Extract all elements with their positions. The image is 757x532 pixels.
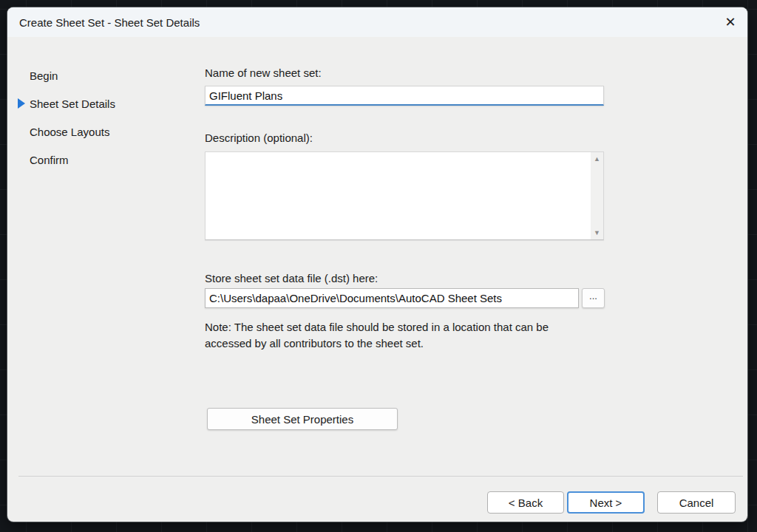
dialog-title: Create Sheet Set - Sheet Set Details <box>7 16 200 29</box>
step-label: Confirm <box>30 154 69 166</box>
sidebar-item-confirm: Confirm <box>18 146 188 174</box>
sheet-set-properties-button[interactable]: Sheet Set Properties <box>207 408 398 430</box>
scroll-up-icon[interactable]: ▲ <box>594 155 600 163</box>
description-scrollbar[interactable]: ▲ ▼ <box>591 152 603 239</box>
description-field-box: ▲ ▼ <box>205 151 604 240</box>
back-button[interactable]: < Back <box>487 491 564 514</box>
next-button[interactable]: Next > <box>567 491 645 514</box>
footer-separator <box>18 476 743 477</box>
sheet-set-name-input[interactable] <box>205 86 604 106</box>
create-sheet-set-dialog: Create Sheet Set - Sheet Set Details ✕ B… <box>7 7 747 522</box>
dst-path-input[interactable] <box>205 288 579 308</box>
footer-buttons: < Back Next > Cancel <box>487 491 736 514</box>
scroll-down-icon[interactable]: ▼ <box>594 229 600 236</box>
name-label: Name of new sheet set: <box>205 66 322 79</box>
step-label: Sheet Set Details <box>30 98 115 110</box>
title-bar: Create Sheet Set - Sheet Set Details ✕ <box>7 7 747 37</box>
description-textarea[interactable] <box>206 152 591 239</box>
note-text: Note: The sheet set data file should be … <box>205 319 589 352</box>
sidebar-item-begin: Begin <box>18 61 188 89</box>
active-step-marker <box>18 98 30 109</box>
close-icon[interactable]: ✕ <box>719 12 741 33</box>
sidebar-item-sheet-set-details: Sheet Set Details <box>18 89 188 117</box>
description-label: Description (optional): <box>205 132 313 144</box>
store-location-label: Store sheet set data file (.dst) here: <box>205 272 378 284</box>
cancel-button[interactable]: Cancel <box>657 491 736 514</box>
sidebar-item-choose-layouts: Choose Layouts <box>18 117 188 146</box>
wizard-steps: Begin Sheet Set Details Choose Layouts C… <box>18 61 188 174</box>
step-label: Choose Layouts <box>30 126 109 138</box>
active-step-arrow-icon <box>18 98 25 109</box>
browse-button[interactable]: ... <box>582 288 605 308</box>
step-label: Begin <box>30 69 58 82</box>
